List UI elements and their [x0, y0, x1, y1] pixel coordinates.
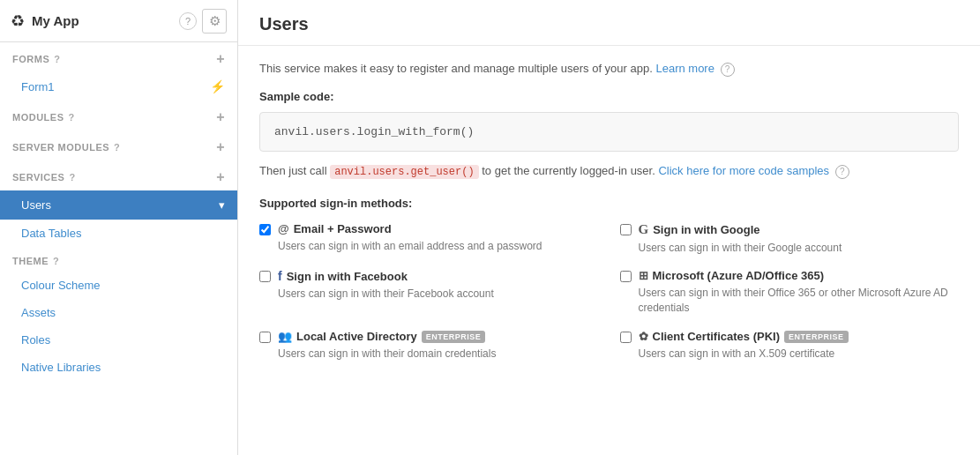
- sidebar-item-assets[interactable]: Assets: [0, 299, 237, 326]
- section-theme-label: THEME: [12, 256, 49, 266]
- main-body: This service makes it easy to register a…: [238, 46, 980, 376]
- section-theme: THEME ? Colour Scheme Assets Roles Nativ…: [0, 247, 237, 381]
- sign-in-email-checkbox[interactable]: [259, 224, 271, 235]
- sample-code-label: Sample code:: [259, 90, 959, 103]
- certs-enterprise-badge: ENTERPRISE: [784, 331, 849, 343]
- sign-in-option-lad: 👥 Local Active Directory ENTERPRISE User…: [259, 330, 599, 362]
- sign-in-option-certs: ✿ Client Certificates (PKI) ENTERPRISE U…: [620, 330, 960, 362]
- sign-in-lad-title: 👥 Local Active Directory ENTERPRISE: [278, 330, 599, 343]
- section-forms-help-icon[interactable]: ?: [54, 54, 60, 64]
- sign-in-facebook-title: f Sign in with Facebook: [278, 269, 599, 283]
- sign-in-certs-checkbox[interactable]: [620, 332, 632, 343]
- sign-in-email-title: @ Email + Password: [278, 222, 599, 235]
- section-services-help-icon[interactable]: ?: [69, 172, 75, 183]
- section-forms-header: FORMS ? +: [0, 42, 237, 72]
- section-services-label: SERVICES: [12, 172, 64, 183]
- facebook-icon: f: [278, 269, 282, 283]
- code-hint-prefix: Then just call: [259, 164, 330, 177]
- sidebar-item-form1-icon: ⚡: [210, 79, 225, 93]
- app-logo-icon: ♻: [11, 11, 25, 31]
- section-modules-help-icon[interactable]: ?: [69, 112, 75, 123]
- page-title: Users: [259, 14, 959, 34]
- sidebar-header: ♻ My App ? ⚙: [0, 0, 237, 42]
- sidebar-item-users-label: Users: [21, 198, 51, 212]
- main-header: Users: [238, 0, 980, 46]
- section-server-modules: SERVER MODULES ? +: [0, 131, 237, 160]
- description: This service makes it easy to register a…: [259, 60, 959, 78]
- sign-in-microsoft-checkbox[interactable]: [620, 271, 632, 282]
- section-services: SERVICES ? + Users ▾ Data Tables: [0, 160, 237, 247]
- sign-in-microsoft-desc: Users can sign in with their Office 365 …: [639, 286, 960, 316]
- sidebar-item-colour-scheme-label: Colour Scheme: [21, 279, 101, 292]
- section-modules: MODULES ? +: [0, 101, 237, 131]
- section-modules-label: MODULES: [12, 112, 64, 123]
- sign-in-option-email: @ Email + Password Users can sign in wit…: [259, 222, 599, 256]
- sidebar-item-native-libraries-label: Native Libraries: [21, 361, 101, 374]
- sign-in-facebook-checkbox[interactable]: [259, 271, 271, 282]
- sign-in-microsoft-title: ⊞ Microsoft (Azure AD/Office 365): [639, 269, 960, 282]
- email-icon: @: [278, 222, 289, 235]
- sign-in-google-title: G Sign in with Google: [639, 222, 960, 237]
- section-forms-label: FORMS: [12, 54, 49, 64]
- sign-in-google-desc: Users can sign in with their Google acco…: [639, 241, 960, 256]
- sign-in-option-google: G Sign in with Google Users can sign in …: [620, 222, 960, 256]
- lad-enterprise-badge: ENTERPRISE: [422, 331, 486, 343]
- section-forms: FORMS ? + Form1 ⚡: [0, 42, 237, 101]
- sidebar-item-assets-label: Assets: [21, 306, 56, 319]
- lad-icon: 👥: [278, 330, 292, 343]
- section-services-add-icon[interactable]: +: [216, 169, 225, 185]
- microsoft-icon: ⊞: [639, 269, 648, 282]
- google-icon: G: [639, 222, 649, 237]
- code-snippet: anvil.users.login_with_form(): [259, 112, 959, 152]
- sign-in-option-microsoft: ⊞ Microsoft (Azure AD/Office 365) Users …: [620, 269, 960, 316]
- click-here-link[interactable]: Click here for more code samples: [658, 164, 829, 177]
- code-hint-suffix: to get the currently logged-in user.: [479, 164, 655, 177]
- sign-in-google-checkbox[interactable]: [620, 224, 632, 235]
- sidebar-item-data-tables-label: Data Tables: [21, 227, 81, 240]
- sidebar-item-data-tables[interactable]: Data Tables: [0, 220, 237, 247]
- sign-in-facebook-desc: Users can sign in with their Facebook ac…: [278, 287, 599, 302]
- settings-icon[interactable]: ⚙: [202, 9, 227, 34]
- sign-in-email-desc: Users can sign in with an email address …: [278, 239, 599, 254]
- sign-in-option-facebook: f Sign in with Facebook Users can sign i…: [259, 269, 599, 316]
- sidebar-item-form1-label: Form1: [21, 80, 55, 93]
- sidebar-item-roles[interactable]: Roles: [0, 326, 237, 354]
- certs-icon: ✿: [639, 330, 648, 343]
- section-modules-add-icon[interactable]: +: [216, 109, 225, 125]
- sidebar-item-users[interactable]: Users ▾: [0, 190, 237, 220]
- app-name: My App: [32, 13, 179, 28]
- sidebar-item-native-libraries[interactable]: Native Libraries: [0, 354, 237, 381]
- section-services-header: SERVICES ? +: [0, 160, 237, 190]
- sidebar-item-form1[interactable]: Form1 ⚡: [0, 72, 237, 101]
- help-icon[interactable]: ?: [179, 12, 197, 30]
- section-modules-header: MODULES ? +: [0, 101, 237, 131]
- sign-in-methods-grid: @ Email + Password Users can sign in wit…: [259, 222, 959, 362]
- description-text: This service makes it easy to register a…: [259, 62, 653, 75]
- section-theme-help-icon[interactable]: ?: [53, 256, 59, 266]
- sign-in-lad-desc: Users can sign in with their domain cred…: [278, 347, 599, 362]
- section-server-modules-header: SERVER MODULES ? +: [0, 131, 237, 160]
- section-server-modules-add-icon[interactable]: +: [216, 139, 225, 155]
- section-forms-add-icon[interactable]: +: [216, 51, 225, 67]
- sidebar: ♻ My App ? ⚙ FORMS ? + Form1 ⚡ MODULES ?…: [0, 0, 238, 455]
- code-hint-inline: anvil.users.get_user(): [330, 165, 478, 179]
- code-hint: Then just call anvil.users.get_user() to…: [259, 162, 959, 181]
- sign-in-lad-checkbox[interactable]: [259, 332, 271, 343]
- sign-in-certs-title: ✿ Client Certificates (PKI) ENTERPRISE: [639, 330, 960, 343]
- section-server-modules-help-icon[interactable]: ?: [114, 142, 120, 153]
- sidebar-item-roles-label: Roles: [21, 333, 50, 347]
- code-samples-help-icon[interactable]: ?: [835, 165, 849, 179]
- sign-in-methods-label: Supported sign-in methods:: [259, 197, 959, 210]
- main-content: Users This service makes it easy to regi…: [238, 0, 980, 455]
- sidebar-item-colour-scheme[interactable]: Colour Scheme: [0, 272, 237, 299]
- section-theme-header: THEME ?: [0, 247, 237, 272]
- section-server-modules-label: SERVER MODULES: [12, 142, 109, 153]
- learn-more-link[interactable]: Learn more: [655, 62, 714, 75]
- learn-more-help-icon[interactable]: ?: [721, 63, 735, 77]
- sidebar-item-users-dropdown-icon: ▾: [219, 198, 225, 212]
- sign-in-certs-desc: Users can sign in with an X.509 certific…: [639, 347, 960, 362]
